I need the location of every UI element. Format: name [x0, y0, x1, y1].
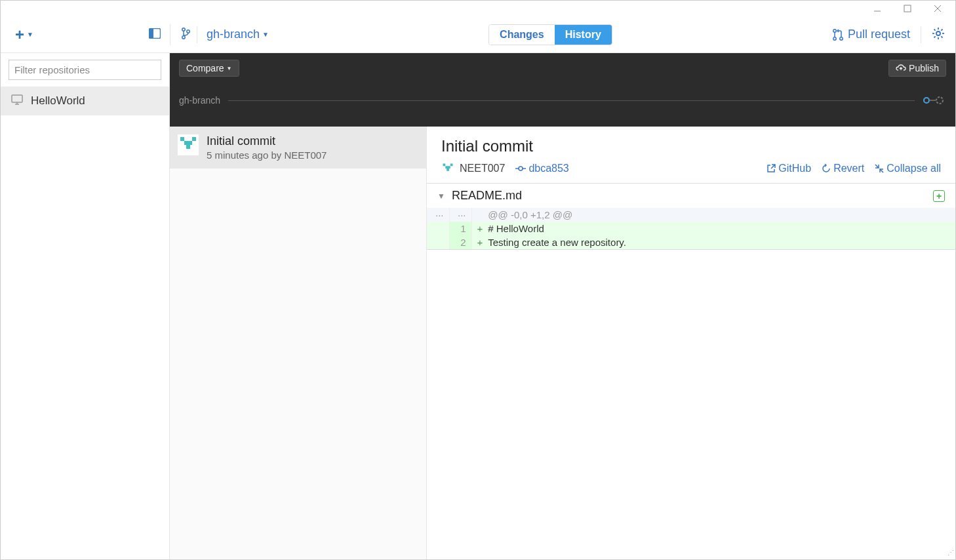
timeline-branch-label: gh-branch — [179, 95, 220, 106]
diff-line-added: 2 + Testing create a new repository. — [427, 235, 955, 249]
top-toolbar: + ▼ gh-branch ▼ Changes History — [1, 16, 955, 53]
caret-down-icon: ▼ — [262, 31, 269, 38]
diff-file-name: README.md — [452, 189, 522, 203]
svg-point-37 — [519, 167, 523, 170]
repository-sidebar: HelloWorld — [1, 53, 170, 559]
commit-sha-label: dbca853 — [528, 163, 568, 174]
add-repository-button[interactable]: + ▼ — [15, 26, 33, 44]
commit-detail-title: Initial commit — [441, 137, 941, 155]
file-added-badge[interactable]: + — [933, 190, 945, 202]
svg-point-7 — [182, 35, 185, 38]
chevron-down-icon[interactable]: ▼ — [437, 191, 445, 201]
main-panel: Compare ▼ Publish gh-branch — [170, 53, 955, 559]
github-label: GitHub — [778, 163, 811, 174]
svg-point-24 — [924, 98, 929, 103]
view-segmented-control: Changes History — [488, 24, 612, 45]
line-content: # HelloWorld — [483, 222, 955, 235]
commit-sha-link[interactable]: dbca853 — [515, 163, 568, 174]
svg-rect-31 — [186, 145, 190, 149]
tab-history[interactable]: History — [555, 25, 612, 45]
pull-request-label: Pull request — [848, 28, 910, 41]
line-number: 2 — [449, 235, 471, 249]
commit-list: Initial commit 5 minutes ago by NEET007 — [170, 127, 427, 559]
github-link-button[interactable]: GitHub — [767, 163, 811, 174]
svg-rect-33 — [443, 164, 446, 167]
svg-rect-28 — [180, 137, 184, 141]
svg-rect-5 — [149, 29, 153, 38]
avatar-icon — [441, 162, 454, 175]
window-minimize-button[interactable] — [862, 1, 892, 16]
svg-rect-36 — [447, 169, 449, 171]
compare-label: Compare — [186, 63, 224, 73]
hunk-header: @@ -0,0 +1,2 @@ — [483, 208, 955, 222]
branch-name-label: gh-branch — [207, 28, 260, 41]
branch-selector[interactable]: gh-branch ▼ — [181, 26, 269, 43]
repo-name-label: HelloWorld — [31, 94, 85, 108]
collapse-icon — [875, 164, 884, 173]
svg-line-20 — [934, 36, 936, 37]
collapse-all-button[interactable]: Collapse all — [875, 163, 941, 174]
caret-down-icon: ▼ — [27, 31, 33, 38]
commit-list-item[interactable]: Initial commit 5 minutes ago by NEET007 — [170, 127, 426, 169]
monitor-icon — [11, 94, 23, 108]
line-number: 1 — [449, 222, 471, 235]
svg-line-19 — [941, 29, 942, 30]
plus-icon: + — [15, 26, 24, 44]
svg-point-8 — [187, 30, 189, 32]
svg-rect-30 — [184, 141, 192, 145]
commit-icon — [515, 165, 526, 172]
cloud-upload-icon — [896, 64, 906, 72]
svg-line-17 — [934, 29, 936, 30]
filter-repositories-input[interactable] — [9, 60, 161, 80]
svg-line-18 — [941, 36, 942, 37]
svg-rect-34 — [450, 164, 453, 167]
commit-detail-panel: Initial commit — [427, 127, 955, 559]
sidebar-toggle-button[interactable] — [149, 28, 161, 41]
svg-rect-1 — [904, 5, 911, 12]
commit-author: NEET007 — [441, 162, 505, 175]
svg-point-6 — [182, 28, 185, 30]
window-titlebar — [1, 1, 955, 16]
diff-table: ··· ··· @@ -0,0 +1,2 @@ 1 + # HelloWorld — [427, 208, 955, 249]
avatar-icon — [178, 134, 199, 155]
external-link-icon — [767, 164, 776, 173]
timeline-commit-nodes[interactable] — [923, 95, 946, 106]
divider — [921, 26, 921, 43]
commit-meta: 5 minutes ago by NEET007 — [207, 150, 327, 161]
window-close-button[interactable] — [923, 1, 953, 16]
compare-strip: Compare ▼ Publish gh-branch — [170, 53, 955, 127]
revert-label: Revert — [833, 163, 864, 174]
branch-icon — [181, 27, 190, 43]
svg-rect-21 — [12, 95, 22, 102]
publish-label: Publish — [909, 63, 939, 73]
diff-hunk-row: ··· ··· @@ -0,0 +1,2 @@ — [427, 208, 955, 222]
diff-line-added: 1 + # HelloWorld — [427, 222, 955, 235]
caret-down-icon: ▼ — [227, 66, 232, 71]
pull-request-icon — [832, 28, 844, 41]
pull-request-button[interactable]: Pull request — [832, 28, 910, 41]
settings-button[interactable] — [932, 27, 945, 43]
author-name: NEET007 — [460, 163, 505, 174]
revert-button[interactable]: Revert — [822, 163, 864, 174]
gear-icon — [932, 27, 945, 40]
repo-item[interactable]: HelloWorld — [1, 87, 169, 115]
svg-point-9 — [833, 29, 836, 31]
svg-point-10 — [833, 37, 836, 39]
svg-point-26 — [936, 97, 943, 104]
publish-button[interactable]: Publish — [888, 60, 946, 77]
svg-rect-29 — [192, 137, 196, 141]
commit-title: Initial commit — [207, 134, 327, 148]
collapse-label: Collapse all — [886, 163, 941, 174]
diff-file-block: ▼ README.md + ··· ··· @@ -0,0 +1,2 @@ — [427, 183, 955, 250]
revert-icon — [822, 164, 831, 173]
divider — [197, 26, 197, 43]
timeline-line — [228, 100, 915, 101]
resize-grip[interactable]: ⋰ — [947, 551, 955, 559]
divider — [170, 24, 170, 45]
line-content: Testing create a new repository. — [483, 235, 955, 249]
window-maximize-button[interactable] — [892, 1, 923, 16]
tab-changes[interactable]: Changes — [489, 25, 555, 45]
svg-point-11 — [840, 37, 843, 39]
svg-rect-35 — [445, 166, 450, 169]
compare-button[interactable]: Compare ▼ — [179, 60, 239, 77]
